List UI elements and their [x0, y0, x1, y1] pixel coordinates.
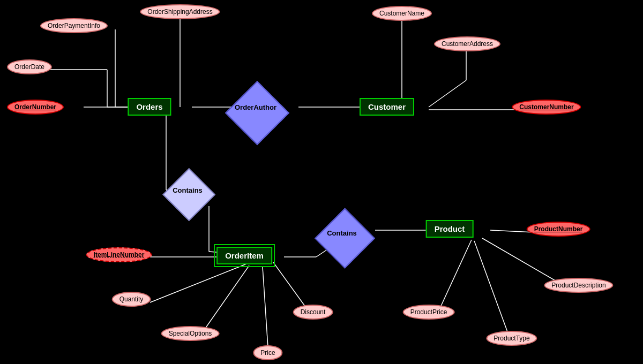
- relationship-contains-weak: Contains: [163, 177, 212, 203]
- relationship-orderauthor-label: OrderAuthor: [235, 103, 276, 111]
- attr-orderdate: OrderDate: [7, 59, 52, 74]
- entity-orderitem-label: OrderItem: [225, 251, 264, 260]
- attr-producttype: ProductType: [486, 331, 537, 346]
- svg-line-20: [201, 266, 249, 335]
- attr-customername: CustomerName: [372, 6, 432, 21]
- svg-line-12: [429, 80, 466, 107]
- attr-discount: Discount: [293, 305, 333, 320]
- relationship-contains-weak-label: Contains: [173, 186, 203, 194]
- attr-price: Price: [253, 345, 282, 360]
- attr-orderpaymentinfo-label: OrderPaymentInfo: [48, 22, 100, 29]
- attr-ordernumber: OrderNumber: [7, 100, 64, 115]
- svg-line-19: [150, 264, 246, 302]
- relationship-contains-strong-label: Contains: [327, 229, 357, 237]
- attr-specialoptions: SpecialOptions: [161, 326, 220, 341]
- attr-productnumber-label: ProductNumber: [534, 225, 583, 233]
- entity-customer-label: Customer: [368, 102, 406, 111]
- svg-line-28: [439, 240, 472, 309]
- attr-customeraddress: CustomerAddress: [434, 36, 500, 51]
- attr-quantity-label: Quantity: [119, 295, 144, 303]
- attr-orderpaymentinfo: OrderPaymentInfo: [40, 18, 108, 33]
- entity-customer: Customer: [360, 98, 414, 116]
- svg-line-21: [273, 262, 308, 310]
- attr-customernumber: CustomerNumber: [512, 100, 581, 115]
- attr-productprice: ProductPrice: [403, 305, 455, 320]
- attr-itemlinenumber: ItemLineNumber: [86, 247, 152, 262]
- entity-orderitem: OrderItem: [216, 247, 272, 264]
- attr-productprice-label: ProductPrice: [410, 308, 447, 316]
- attr-productnumber: ProductNumber: [527, 222, 590, 237]
- attr-orderdate-label: OrderDate: [14, 63, 44, 71]
- attr-customeraddress-label: CustomerAddress: [442, 40, 493, 48]
- svg-line-22: [263, 267, 268, 347]
- svg-line-29: [474, 241, 509, 336]
- attr-customername-label: CustomerName: [379, 10, 424, 17]
- entity-orders-label: Orders: [136, 102, 162, 111]
- attr-customernumber-label: CustomerNumber: [519, 103, 573, 111]
- relationship-orderauthor: OrderAuthor: [226, 91, 285, 123]
- attr-quantity: Quantity: [112, 292, 151, 307]
- attr-productdescription: ProductDescription: [544, 278, 613, 293]
- attr-productdescription-label: ProductDescription: [551, 282, 605, 289]
- entity-orders: Orders: [128, 98, 171, 116]
- er-diagram: Orders Customer OrderItem Product OrderA…: [0, 0, 643, 364]
- attr-ordernumber-label: OrderNumber: [14, 103, 56, 111]
- relationship-contains-strong: Contains: [315, 218, 369, 248]
- attr-price-label: Price: [260, 349, 275, 357]
- attr-discount-label: Discount: [301, 308, 326, 316]
- entity-product-label: Product: [435, 224, 465, 233]
- attr-ordershippingaddress-label: OrderShippingAddress: [147, 8, 212, 16]
- entity-product: Product: [426, 220, 474, 238]
- attr-itemlinenumber-label: ItemLineNumber: [94, 251, 145, 259]
- attr-specialoptions-label: SpecialOptions: [169, 330, 212, 337]
- attr-ordershippingaddress: OrderShippingAddress: [140, 4, 220, 19]
- attr-producttype-label: ProductType: [494, 335, 529, 342]
